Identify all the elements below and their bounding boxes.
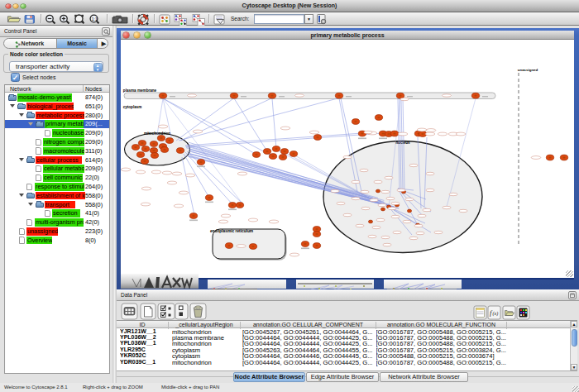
svg-text:cytoplasm: cytoplasm [123,105,142,109]
svg-text:plasma membrane: plasma membrane [123,88,157,93]
svg-text:endoplasmic reticulum: endoplasmic reticulum [210,229,253,233]
svg-text:nucleus: nucleus [395,141,410,145]
svg-text:unassigned: unassigned [518,68,538,72]
svg-text:1:1: 1:1 [92,17,98,22]
svg-text:(x): (x) [493,311,499,317]
